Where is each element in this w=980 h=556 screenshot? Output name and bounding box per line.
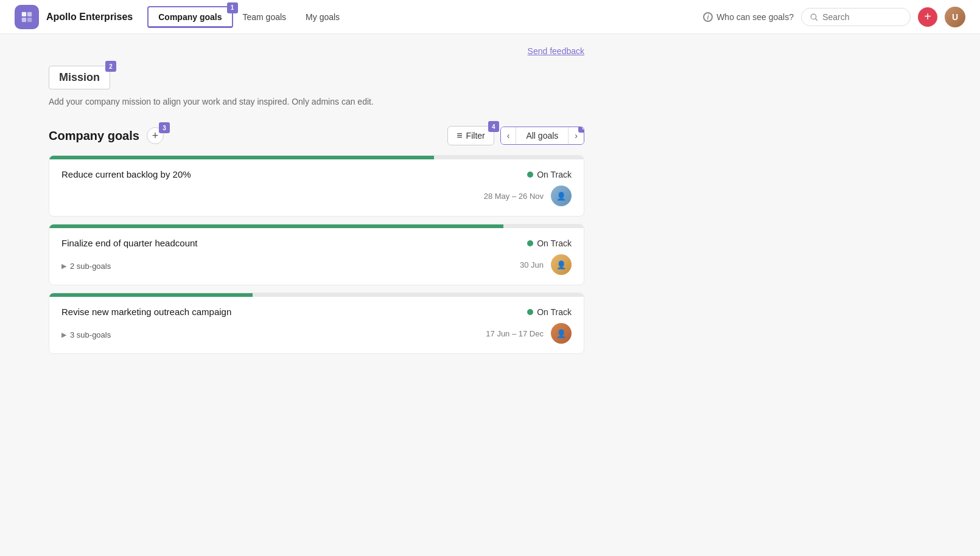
goals-controls: ≡ Filter 4 5 ‹ All goals › bbox=[447, 126, 584, 145]
mission-label-container: Mission 2 bbox=[49, 66, 110, 89]
goal-top-row-3: Revise new marketing outreach campaign O… bbox=[61, 307, 572, 317]
svg-rect-1 bbox=[27, 12, 32, 16]
subgoals-chevron-2: ▶ bbox=[61, 262, 66, 270]
goal-card-2[interactable]: Finalize end of quarter headcount On Tra… bbox=[49, 224, 584, 285]
subgoals-chevron-3: ▶ bbox=[61, 331, 66, 339]
goal-date-3: 17 Jun – 17 Dec bbox=[486, 329, 544, 338]
app-logo bbox=[15, 5, 39, 29]
status-dot-3 bbox=[527, 309, 533, 315]
subgoals-label-2: 2 sub-goals bbox=[70, 262, 111, 271]
main-content: Send feedback Mission 2 Add your company… bbox=[0, 34, 730, 386]
badge-3: 3 bbox=[159, 122, 170, 133]
goal-top-row-1: Reduce current backlog by 20% On Track bbox=[61, 169, 572, 179]
status-label-3: On Track bbox=[537, 307, 572, 317]
filter-icon: ≡ bbox=[457, 130, 462, 141]
goal-status-2: On Track bbox=[527, 238, 572, 248]
nav-prev-button[interactable]: ‹ bbox=[501, 127, 516, 144]
filter-button[interactable]: ≡ Filter 4 bbox=[447, 126, 494, 145]
goals-list: Reduce current backlog by 20% On Track 2… bbox=[49, 155, 584, 354]
search-box[interactable] bbox=[801, 8, 911, 26]
subgoals-row-2: ▶ 2 sub-goals bbox=[61, 262, 111, 271]
badge-5: 5 bbox=[578, 127, 584, 133]
svg-rect-2 bbox=[22, 17, 26, 21]
subgoals-row-3: ▶ 3 sub-goals bbox=[61, 330, 111, 339]
goal-date-2: 30 Jun bbox=[520, 260, 544, 269]
all-goals-label: All goals bbox=[516, 127, 569, 144]
header-right: i Who can see goals? + U bbox=[703, 7, 965, 27]
subgoals-label-3: 3 sub-goals bbox=[70, 330, 111, 339]
status-dot-2 bbox=[527, 240, 533, 246]
send-feedback-row: Send feedback bbox=[49, 46, 584, 56]
goal-avatar-2: 👤 bbox=[551, 254, 572, 275]
search-icon bbox=[810, 13, 817, 21]
mission-label: Mission bbox=[49, 66, 110, 89]
svg-rect-3 bbox=[27, 17, 32, 21]
all-goals-nav: 5 ‹ All goals › bbox=[500, 127, 584, 145]
badge-4: 4 bbox=[488, 121, 499, 132]
goal-card-1[interactable]: Reduce current backlog by 20% On Track 2… bbox=[49, 155, 584, 217]
goal-body-2: Finalize end of quarter headcount On Tra… bbox=[49, 228, 584, 285]
svg-rect-0 bbox=[22, 12, 26, 16]
goal-bottom-row-2: 30 Jun 👤 bbox=[520, 254, 572, 275]
main-nav: Company goals 1 Team goals My goals bbox=[147, 0, 349, 33]
search-input[interactable] bbox=[822, 12, 901, 22]
goal-title-1: Reduce current backlog by 20% bbox=[61, 169, 191, 179]
tab-my-goals[interactable]: My goals bbox=[296, 0, 349, 33]
goal-bottom-row-3: 17 Jun – 17 Dec 👤 bbox=[486, 323, 572, 344]
status-dot-1 bbox=[527, 172, 533, 178]
goal-date-1: 28 May – 26 Nov bbox=[484, 192, 544, 201]
status-label-1: On Track bbox=[537, 170, 572, 179]
tab-company-goals[interactable]: Company goals 1 bbox=[147, 6, 233, 28]
app-header: Apollo Enterprises Company goals 1 Team … bbox=[0, 0, 980, 34]
goal-status-1: On Track bbox=[527, 170, 572, 179]
goal-bottom-row-1: 28 May – 26 Nov 👤 bbox=[61, 186, 572, 206]
filter-label: Filter bbox=[466, 131, 485, 141]
add-button[interactable]: + bbox=[918, 7, 937, 27]
who-can-see-button[interactable]: i Who can see goals? bbox=[703, 12, 794, 22]
goal-avatar-3: 👤 bbox=[551, 323, 572, 344]
mission-section: Mission 2 Add your company mission to al… bbox=[49, 66, 584, 106]
goal-title-3: Revise new marketing outreach campaign bbox=[61, 307, 231, 317]
goal-title-2: Finalize end of quarter headcount bbox=[61, 238, 197, 248]
goals-title-row: Company goals + 3 bbox=[49, 127, 164, 144]
goal-top-row-2: Finalize end of quarter headcount On Tra… bbox=[61, 238, 572, 248]
goals-title: Company goals bbox=[49, 129, 139, 143]
goal-status-3: On Track bbox=[527, 307, 572, 317]
tab-team-goals[interactable]: Team goals bbox=[233, 0, 296, 33]
send-feedback-link[interactable]: Send feedback bbox=[528, 46, 584, 56]
badge-1: 1 bbox=[227, 2, 238, 13]
info-icon: i bbox=[703, 12, 713, 22]
goals-header: Company goals + 3 ≡ Filter 4 5 ‹ All goa… bbox=[49, 126, 584, 145]
goal-card-3[interactable]: Revise new marketing outreach campaign O… bbox=[49, 293, 584, 354]
svg-line-5 bbox=[815, 18, 817, 20]
goal-body-3: Revise new marketing outreach campaign O… bbox=[49, 297, 584, 353]
mission-description: Add your company mission to align your w… bbox=[49, 97, 584, 106]
goal-avatar-1: 👤 bbox=[551, 186, 572, 206]
user-avatar[interactable]: U bbox=[945, 7, 965, 27]
badge-2: 2 bbox=[105, 61, 116, 72]
goal-body-1: Reduce current backlog by 20% On Track 2… bbox=[49, 159, 584, 216]
status-label-2: On Track bbox=[537, 238, 572, 248]
app-title: Apollo Enterprises bbox=[46, 12, 133, 23]
